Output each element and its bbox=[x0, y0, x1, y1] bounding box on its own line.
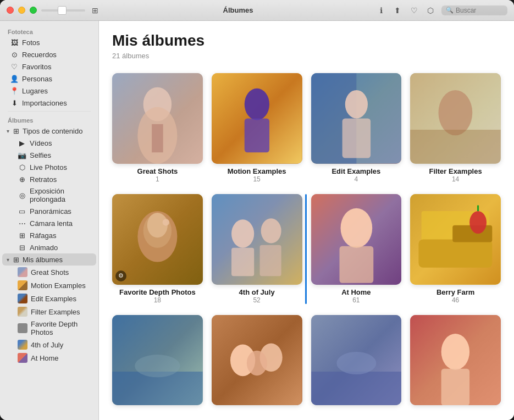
sidebar-item-4th-of-july[interactable]: 4th of July bbox=[2, 338, 96, 351]
album-name: Filter Examples bbox=[429, 167, 482, 175]
album-count: 52 bbox=[253, 296, 260, 304]
album-item-row3a[interactable] bbox=[112, 315, 203, 409]
info-icon[interactable]: ℹ bbox=[375, 5, 386, 16]
sidebar-item-importaciones[interactable]: ⬇ Importaciones bbox=[2, 97, 96, 109]
sidebar-item-label: Importaciones bbox=[22, 99, 67, 107]
album-item-motion-examples[interactable]: Motion Examples 15 bbox=[212, 73, 302, 183]
sidebar-item-animado[interactable]: ⊟ Animado bbox=[2, 241, 96, 253]
svg-point-18 bbox=[163, 219, 169, 225]
album-thumb-july bbox=[18, 340, 27, 350]
mis-albums-toggle[interactable]: ▾ ⊞ Mis álbumes bbox=[2, 253, 96, 266]
album-item-row3c[interactable] bbox=[311, 315, 402, 409]
album-item-at-home[interactable]: At Home 61 bbox=[311, 194, 402, 304]
svg-rect-23 bbox=[259, 245, 281, 276]
sidebar-item-label: At Home bbox=[31, 354, 59, 362]
sidebar-item-label: Retratos bbox=[30, 175, 57, 184]
titlebar-controls: ℹ ⬆ ♡ ⬡ 🔍 bbox=[375, 5, 507, 16]
mis-albums-label: Mis álbumes bbox=[23, 256, 63, 264]
grid-icon: ⊞ bbox=[90, 5, 101, 16]
sidebar-item-rafagas[interactable]: ⊞ Ráfagas bbox=[2, 229, 96, 241]
heart-icon[interactable]: ♡ bbox=[408, 5, 419, 16]
portraits-icon: ⊕ bbox=[18, 175, 26, 184]
slo-mo-icon: ⋯ bbox=[18, 219, 26, 228]
close-button[interactable] bbox=[7, 7, 14, 14]
album-thumb-athome bbox=[18, 353, 27, 363]
album-item-favorite-depth[interactable]: ⚙ Favorite Depth Photos 18 bbox=[112, 194, 203, 304]
places-icon: 📍 bbox=[10, 86, 19, 95]
sidebar-item-label: Selfies bbox=[30, 151, 51, 159]
sidebar-item-label: Animado bbox=[30, 244, 58, 252]
sidebar-item-panoramicas[interactable]: ▭ Panorámicas bbox=[2, 205, 96, 217]
svg-point-20 bbox=[231, 219, 254, 247]
sidebar-item-label: Exposición prolongada bbox=[30, 187, 89, 203]
sidebar-item-great-shots[interactable]: Great Shots bbox=[2, 266, 96, 279]
sidebar-item-favoritos[interactable]: ♡ Favoritos bbox=[2, 60, 96, 73]
albums-section-header: Álbumes bbox=[0, 114, 98, 125]
titlebar: ⊞ Álbumes ℹ ⬆ ♡ ⬡ 🔍 bbox=[0, 0, 514, 21]
album-cover-row3a bbox=[112, 315, 203, 406]
album-cover-row3b bbox=[212, 315, 302, 406]
content-types-toggle[interactable]: ▾ ⊞ Tipos de contenido bbox=[2, 125, 96, 137]
svg-rect-10 bbox=[342, 118, 370, 158]
sidebar-item-live-photos[interactable]: ⬡ Live Photos bbox=[2, 161, 96, 173]
sidebar-item-lugares[interactable]: 📍 Lugares bbox=[2, 85, 96, 97]
album-thumb-depth bbox=[18, 323, 27, 333]
maximize-button[interactable] bbox=[30, 7, 37, 14]
sidebar-item-exposicion[interactable]: ◎ Exposición prolongada bbox=[2, 185, 96, 205]
bursts-icon: ⊞ bbox=[18, 231, 26, 240]
slideshow-icon[interactable]: ⬡ bbox=[425, 5, 436, 16]
sidebar-item-personas[interactable]: 👤 Personas bbox=[2, 73, 96, 85]
svg-rect-29 bbox=[419, 239, 493, 267]
panorama-icon: ▭ bbox=[18, 207, 26, 215]
toggle-arrow-icon: ▾ bbox=[7, 128, 9, 134]
sidebar-item-camara-lenta[interactable]: ⋯ Cámara lenta bbox=[2, 217, 96, 229]
album-name: Edit Examples bbox=[331, 167, 380, 175]
main-content: Mis álbumes 21 álbumes bbox=[99, 21, 514, 420]
sidebar-item-label: Motion Examples bbox=[31, 281, 86, 290]
album-item-great-shots[interactable]: Great Shots 1 bbox=[112, 73, 203, 183]
memories-icon: ⊙ bbox=[10, 50, 19, 59]
page-subtitle: 21 álbumes bbox=[112, 52, 501, 60]
sidebar-item-filter-examples[interactable]: Filter Examples bbox=[2, 305, 96, 318]
toggle-arrow-icon: ▾ bbox=[7, 257, 9, 263]
album-name: At Home bbox=[341, 288, 371, 296]
svg-rect-22 bbox=[231, 248, 254, 276]
search-input[interactable] bbox=[456, 7, 500, 14]
sidebar-item-recuerdos[interactable]: ⊙ Recuerdos bbox=[2, 48, 96, 60]
album-count: 61 bbox=[352, 296, 360, 304]
share-icon[interactable]: ⬆ bbox=[392, 5, 403, 16]
sidebar-item-edit-examples[interactable]: Edit Examples bbox=[2, 292, 96, 305]
sidebar-item-selfies[interactable]: 📷 Selfies bbox=[2, 149, 96, 161]
photos-icon: 🖼 bbox=[10, 38, 19, 47]
album-item-berry-farm[interactable]: Berry Farm 46 bbox=[410, 194, 501, 304]
album-item-row3d[interactable] bbox=[410, 315, 501, 409]
zoom-slider[interactable] bbox=[41, 9, 85, 12]
album-item-4th-of-july[interactable]: 4th of July 52 bbox=[212, 194, 302, 304]
album-item-filter-examples[interactable]: Filter Examples 14 bbox=[410, 73, 501, 183]
selfies-icon: 📷 bbox=[18, 151, 26, 159]
sidebar-item-favorite-depth[interactable]: Favorite Depth Photos bbox=[2, 318, 96, 338]
imports-icon: ⬇ bbox=[10, 98, 19, 107]
sidebar-item-retratos[interactable]: ⊕ Retratos bbox=[2, 173, 96, 185]
album-name: Great Shots bbox=[137, 167, 178, 175]
sidebar-item-at-home[interactable]: At Home bbox=[2, 351, 96, 364]
album-cover-july bbox=[212, 194, 302, 285]
album-cover-athome bbox=[311, 194, 402, 285]
album-item-row3b[interactable] bbox=[212, 315, 302, 409]
library-section-header: Fototeca bbox=[0, 25, 98, 36]
sidebar-item-videos[interactable]: ▶ Vídeos bbox=[2, 137, 96, 149]
sidebar-item-label: Live Photos bbox=[30, 163, 67, 172]
folder-icon: ⊞ bbox=[12, 126, 20, 135]
svg-point-9 bbox=[345, 90, 367, 118]
svg-point-5 bbox=[244, 89, 269, 120]
album-item-edit-examples[interactable]: Edit Examples 4 bbox=[311, 73, 402, 183]
search-icon: 🔍 bbox=[446, 7, 454, 14]
sidebar-item-motion-examples[interactable]: Motion Examples bbox=[2, 279, 96, 292]
search-bar[interactable]: 🔍 bbox=[441, 5, 507, 15]
minimize-button[interactable] bbox=[18, 7, 25, 14]
sidebar-item-fotos[interactable]: 🖼 Fotos bbox=[2, 36, 96, 48]
album-thumb-edit bbox=[18, 294, 27, 303]
album-name: Berry Farm bbox=[436, 288, 474, 296]
svg-point-31 bbox=[469, 211, 487, 234]
sidebar-item-label: Favoritos bbox=[22, 63, 51, 71]
